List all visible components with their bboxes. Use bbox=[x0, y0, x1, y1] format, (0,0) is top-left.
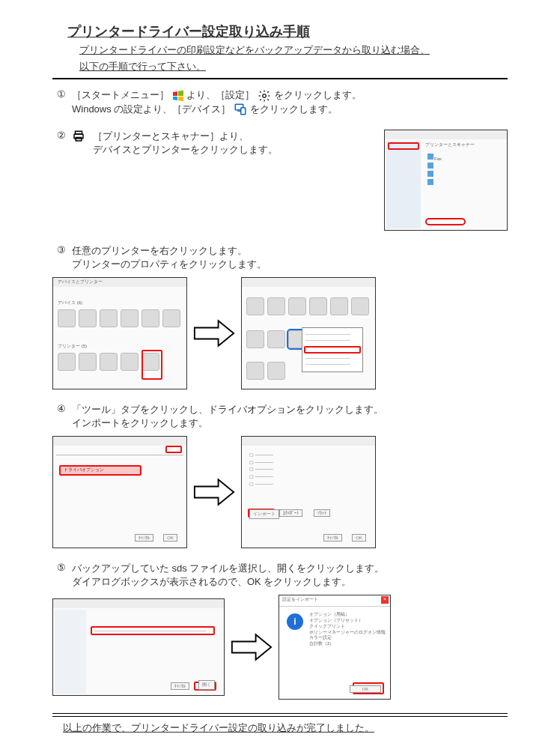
step1-line2-a: Windows の設定より、［デバイス］ bbox=[72, 103, 231, 115]
step5-line2: ダイアログボックスが表示されるので、OK をクリックします。 bbox=[72, 575, 384, 589]
import-button-shot: インポート bbox=[249, 509, 279, 519]
step1-part-a: ［スタートメニュー］ bbox=[72, 89, 169, 100]
document-page: プリンタードライバー設定取り込み手順 プリンタードライバーの印刷設定などをバック… bbox=[0, 0, 560, 749]
shot-label: プリンターとスキャナー bbox=[425, 142, 475, 148]
printer-icon bbox=[72, 130, 85, 143]
step-number-4: ④ bbox=[57, 403, 67, 414]
subtitle-line-1: プリンタードライバーの印刷設定などをバックアップデータから取り込む場合、 bbox=[79, 43, 508, 57]
screenshot-import-dialog: 設定をインポート × i オプション（用紙） オプション（プリセット） クイック… bbox=[279, 595, 391, 700]
step2-text: ［プリンターとスキャナー］より、 デバイスとプリンターをクリックします。 bbox=[93, 130, 278, 157]
gear-icon bbox=[258, 89, 271, 103]
step-5: ⑤ バックアップしていた sds ファイルを選択し、開くをクリックします。 ダイ… bbox=[52, 562, 508, 700]
step-number-1: ① bbox=[57, 88, 67, 100]
step5-line1: バックアップしていた sds ファイルを選択し、開くをクリックします。 bbox=[72, 562, 384, 575]
step-number-2: ② bbox=[57, 130, 67, 141]
windows-flag-icon bbox=[172, 90, 184, 102]
step1-line2-b: をクリックします。 bbox=[250, 103, 338, 115]
svg-rect-2 bbox=[241, 108, 246, 115]
step-3: ③ 任意のプリンターを右クリックします。 プリンターのプロパティをクリックします… bbox=[52, 244, 508, 389]
info-icon: i bbox=[287, 613, 303, 630]
divider bbox=[52, 78, 508, 79]
step1-text: ［スタートメニュー］ より、［設定］ bbox=[72, 88, 362, 116]
step-number-3: ③ bbox=[57, 244, 67, 255]
dlg-l4: ポリシーマネージャーのログオン情報 bbox=[309, 630, 386, 634]
step-1: ① ［スタートメニュー］ より、［設定］ bbox=[52, 88, 508, 116]
arrow-icon bbox=[229, 632, 274, 662]
dlg-l2: オプション（プリセット） bbox=[309, 618, 363, 622]
step4-text: 「ツール」タブをクリックし、ドライバオプションをクリックします。 インポートをク… bbox=[72, 403, 383, 430]
screenshot-tool-tab: ドライバオプション OK ｷｬﾝｾﾙ bbox=[52, 436, 187, 548]
ok-button-shot: OK bbox=[350, 685, 381, 693]
screenshot-printers-scanners: プリンターとスキャナー Fax bbox=[384, 130, 508, 231]
step4-line1: 「ツール」タブをクリックし、ドライバオプションをクリックします。 bbox=[72, 403, 383, 416]
driver-option-label: ドライバオプション bbox=[64, 467, 104, 473]
divider-bottom-2 bbox=[52, 716, 508, 717]
dlg-l3: クイックプリント bbox=[309, 624, 345, 628]
screenshot-devices-left: デバイスとプリンター デバイス (6) プリンター (5) bbox=[52, 277, 187, 389]
step-4: ④ 「ツール」タブをクリックし、ドライバオプションをクリックします。 インポート… bbox=[52, 403, 508, 548]
screenshot-file-open: 開く ｷｬﾝｾﾙ bbox=[52, 598, 225, 696]
shot3-prn-section: プリンター (5) bbox=[58, 344, 87, 349]
dlg-l5: カラー設定 bbox=[309, 635, 332, 640]
page-title: プリンタードライバー設定取り込み手順 bbox=[67, 22, 508, 40]
step-2: ② ［プリンターとスキャナー］より、 デバイスとプリンターをクリックします。 プ… bbox=[52, 130, 508, 231]
dialog-title: 設定をインポート bbox=[282, 597, 318, 602]
open-button-shot: 開く bbox=[198, 680, 215, 690]
step-number-5: ⑤ bbox=[57, 562, 67, 573]
step2-line2: デバイスとプリンターをクリックします。 bbox=[93, 143, 278, 157]
shot3-caption: デバイスとプリンター bbox=[58, 279, 103, 285]
dlg-l6: 合計数（2） bbox=[309, 641, 334, 646]
device-icon bbox=[234, 103, 247, 116]
arrow-icon bbox=[192, 318, 237, 348]
arrow-icon bbox=[192, 477, 237, 507]
step3-text: 任意のプリンターを右クリックします。 プリンターのプロパティをクリックします。 bbox=[72, 244, 267, 271]
svg-point-0 bbox=[263, 94, 267, 97]
step4-line2: インポートをクリックします。 bbox=[72, 416, 383, 430]
dlg-l1: オプション（用紙） bbox=[309, 612, 350, 616]
step3-line1: 任意のプリンターを右クリックします。 bbox=[72, 244, 267, 258]
step2-line1: ［プリンターとスキャナー］より、 bbox=[93, 130, 278, 143]
step1-part-b: より、［設定］ bbox=[186, 89, 255, 100]
shot3-dev-section: デバイス (6) bbox=[58, 300, 82, 306]
step3-line2: プリンターのプロパティをクリックします。 bbox=[72, 258, 267, 271]
screenshot-devices-right bbox=[241, 277, 376, 389]
step5-text: バックアップしていた sds ファイルを選択し、開くをクリックします。 ダイアロ… bbox=[72, 562, 384, 589]
footer-text: 以上の作業で、プリンタードライバー設定の取り込みが完了しました。 bbox=[63, 721, 508, 735]
screenshot-driver-option: ▢ ――――▢ ――――▢ ――――▢ ――――▢ ―――― インポート ｴｸｽ… bbox=[241, 436, 376, 548]
subtitle-line-2: 以下の手順で行って下さい。 bbox=[79, 60, 508, 73]
step1-part-c: をクリックします。 bbox=[274, 89, 362, 100]
